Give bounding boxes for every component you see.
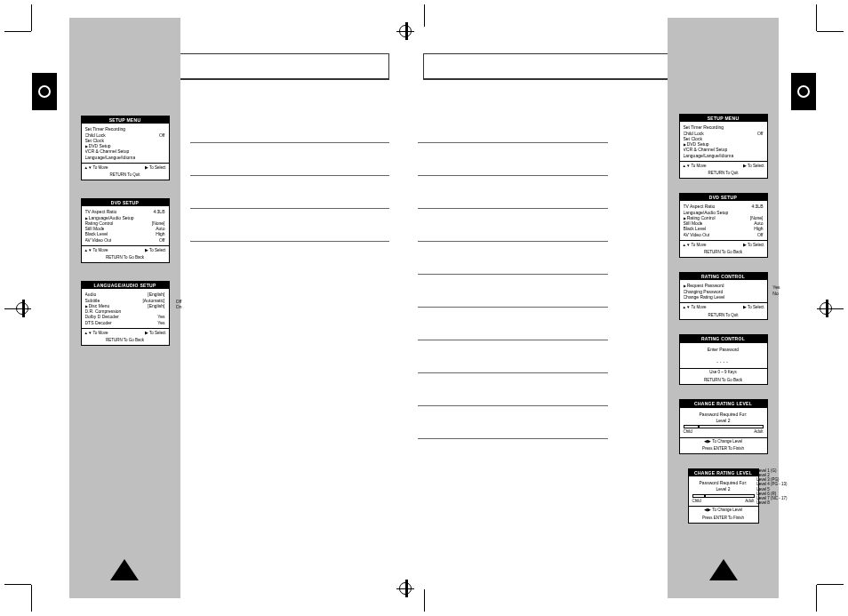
registration-mark <box>820 302 832 315</box>
panel-change-rating-levels: CHANGE RATING LEVEL Password Required Fo… <box>688 468 759 524</box>
panel-rating-control: RATING CONTROL Request Password Changing… <box>679 272 768 320</box>
section-heading <box>423 53 688 80</box>
panel-change-rating: CHANGE RATING LEVEL Password Required Fo… <box>679 399 768 454</box>
menu-title: SETUP MENU <box>82 116 169 124</box>
panel-language-audio: LANGUAGE/AUDIO SETUP Audio[English] Subt… <box>81 281 170 346</box>
registration-mark <box>16 302 28 315</box>
option-popup: Off On <box>176 299 182 310</box>
continue-arrow-icon <box>110 559 139 580</box>
panel-rating-password: RATING CONTROL Enter Password ---- Use 0… <box>679 334 768 385</box>
right-sidebar: SETUP MENU Set Timer Recording Child Loc… <box>668 18 779 598</box>
panel-setup-menu: SETUP MENU Set Timer Recording Child Loc… <box>679 114 768 179</box>
panel-dvd-setup: DVD SETUP TV Aspect Ratio4:3LB Language/… <box>679 193 768 258</box>
panel-setup-menu: SETUP MENU Set Timer Recording Child Loc… <box>81 116 170 180</box>
panel-dvd-setup: DVD SETUP TV Aspect Ratio4:3LB Language/… <box>81 198 170 263</box>
registration-mark <box>399 25 412 37</box>
rating-levels-list: Level 1 (G) Level 2 Level 3 (PG) Level 4… <box>756 468 787 505</box>
option-popup: Yes No <box>772 284 780 296</box>
left-sidebar: SETUP MENU Set Timer Recording Child Loc… <box>69 18 180 598</box>
password-prompt: Enter Password <box>680 343 767 356</box>
rating-slider[interactable] <box>684 425 764 428</box>
page-tab <box>32 73 57 110</box>
rating-slider[interactable] <box>692 494 755 498</box>
page-tab <box>791 73 816 110</box>
registration-mark <box>399 582 412 595</box>
continue-arrow-icon <box>709 559 738 580</box>
